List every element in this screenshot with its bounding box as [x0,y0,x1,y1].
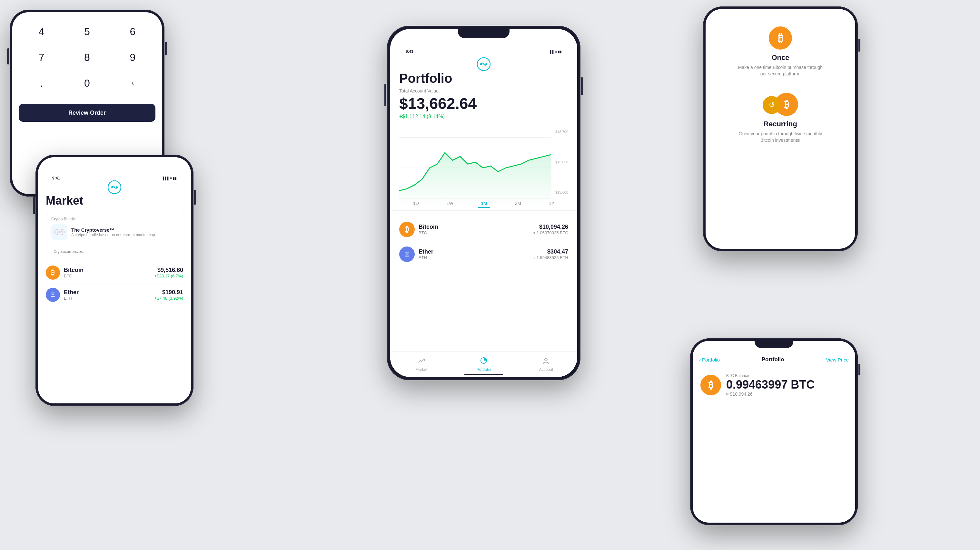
recurring-desc: Grow your portoflio through twice monthl… [735,131,826,143]
once-title: Once [772,54,789,62]
bundle-desc: A crytpo bundle based on our current mar… [71,233,156,237]
holding-btc[interactable]: ₿ Bitcoin BTC $10,094.26 ≈ 1.06070025 BT… [395,217,572,242]
holding-btc-amount: ≈ 1.06070025 BTC [533,230,568,235]
chart-label-mid: $13,650 [555,160,568,164]
numpad-key-9[interactable]: 9 [110,44,156,70]
nav-portfolio[interactable]: Portfolio [452,357,515,372]
btc-balance-info: BTC Balance 0.99463997 BTC ≈ $10,094.26 [726,373,815,397]
numpad-key-5[interactable]: 5 [64,19,110,44]
recurring-refresh-bg: ↺ [763,96,781,114]
btc-price-value: $9,516.60 [154,267,183,274]
holding-btc-ticker: BTC [418,230,529,235]
phone-btc-detail: ‹ Portfolio Portfolio View Price ₿ BTC B… [690,338,858,525]
holding-btc-name: Bitcoin [418,223,529,230]
back-to-portfolio[interactable]: ‹ Portfolio [699,357,720,363]
numpad-key-8[interactable]: 8 [64,44,110,70]
holding-eth-ticker: ETH [418,255,529,260]
numpad-key-back[interactable]: ‹ [110,70,156,96]
phone-market: 9:41 ▐▐▐ ≋ ▮▮ Market Crytpo Bundle [35,155,194,406]
svg-point-1 [111,186,113,188]
portfolio-header: 9:41 ▐▐ ≋ ▮▮ Portfolio Total Account Val… [390,29,577,130]
eth-price-value: $190.91 [154,289,183,296]
phone-purchase: ₿ Once Make a one time Bitcoin purchase … [703,6,858,251]
nav-portfolio-label: Portfolio [477,367,491,372]
nav-account[interactable]: Account [515,357,577,372]
phone-market-screen: 9:41 ▐▐▐ ≋ ▮▮ Market Crytpo Bundle [38,157,191,403]
portfolio-chart: $13,700 $13,650 $13,600 [390,130,577,194]
chart-svg [399,130,551,206]
phone-power-button-5 [858,364,861,376]
phone-purchase-screen: ₿ Once Make a one time Bitcoin purchase … [706,9,855,249]
btc-balance-label: BTC Balance [726,373,815,378]
market-btc-item[interactable]: ₿ Bitcoin BTC $9,516.60 +$23.17 (6.7%) [38,262,191,284]
holding-eth-info: Ether ETH [418,249,529,260]
app-logo-market [108,181,121,194]
holding-btc-price: $10,094.26 ≈ 1.06070025 BTC [533,223,568,235]
bundle-name: The Cryptoverse™ [71,227,156,233]
numpad-key-4[interactable]: 4 [19,19,64,44]
purchase-container: ₿ Once Make a one time Bitcoin purchase … [706,9,855,249]
bundle-info: The Cryptoverse™ A crytpo bundle based o… [71,227,156,237]
eth-change-value: +$7.48 (3.92%) [154,296,183,301]
eth-name-market: Ether ETH [64,289,151,301]
status-bar-portfolio: 9:41 ▐▐ ≋ ▮▮ [399,47,568,54]
bundle-item[interactable]: B 2 The Cryptoverse™ A crytpo bundle bas… [51,224,178,240]
bundle-img: B 2 [53,225,66,238]
holding-eth-name: Ether [418,249,529,255]
recurring-btc-symbol: ₿ [784,99,789,110]
numpad-key-0[interactable]: 0 [64,70,110,96]
svg-point-2 [116,186,118,188]
bundle-section: Crytpo Bundle B 2 The Cryptoverse™ [46,212,183,244]
phone-notch-portfolio [458,29,509,38]
phone-power-button [165,42,167,55]
once-btc-symbol: ₿ [778,32,783,44]
numpad-key-7[interactable]: 7 [19,44,64,70]
btc-change-value: +$23.17 (6.7%) [154,274,183,278]
view-price-button[interactable]: View Price [826,357,849,363]
btc-name-label: Bitcoin [64,267,151,274]
recurring-refresh-icon: ↺ [769,101,775,109]
status-time-market: 9:41 [52,176,60,181]
purchase-once-option[interactable]: ₿ Once Make a one time Bitcoin purchase … [713,19,848,85]
phone-portfolio: 9:41 ▐▐ ≋ ▮▮ Portfolio Total Account Val… [387,26,581,380]
back-label: Portfolio [702,357,720,363]
eth-icon-market: Ξ [46,288,60,302]
btc-nav-title: Portfolio [762,357,784,363]
market-container: 9:41 ▐▐▐ ≋ ▮▮ Market Crytpo Bundle [38,157,191,403]
status-icons-portfolio: ▐▐ ≋ ▮▮ [549,50,562,54]
holding-btc-info: Bitcoin BTC [418,223,529,235]
home-indicator-portfolio [465,374,503,375]
btc-icon-market: ₿ [46,265,60,280]
btc-price-market: $9,516.60 +$23.17 (6.7%) [154,267,183,278]
numpad-key-6[interactable]: 6 [110,19,156,44]
svg-point-15 [545,358,547,361]
review-order-button[interactable]: Review Order [19,104,156,122]
phone-power-button-2 [194,190,196,204]
numpad-key-dot[interactable]: . [19,70,64,96]
holding-eth-price: $304.47 ≈ 1.59483526 ETH [533,249,568,260]
app-logo-portfolio [477,57,491,71]
svg-text:B: B [56,230,58,234]
phone-portfolio-screen: 9:41 ▐▐ ≋ ▮▮ Portfolio Total Account Val… [390,29,577,377]
btc-detail-icon: ₿ [700,375,721,395]
purchase-recurring-option[interactable]: ₿ ↺ Recurring Grow your portoflio throug… [713,85,848,151]
once-desc: Make a one time Bitcoin purchase through… [735,65,826,77]
eth-price-market: $190.91 +$7.48 (3.92%) [154,289,183,301]
chart-label-high: $13,700 [555,130,568,134]
btc-usd-value: ≈ $10,094.26 [726,391,815,397]
chart-label-low: $13,600 [555,190,568,194]
btc-detail-container: ‹ Portfolio Portfolio View Price ₿ BTC B… [693,341,855,523]
phone-notch-btc [754,341,793,348]
crypto-section-label: Cryptocurrencies [46,249,183,254]
nav-account-icon [542,357,549,366]
nav-market[interactable]: Market [390,357,452,372]
market-eth-item[interactable]: Ξ Ether ETH $190.91 +$7.48 (3.92%) [38,284,191,306]
btc-name-market: Bitcoin BTC [64,267,151,278]
market-title: Market [46,194,183,208]
holding-eth[interactable]: Ξ Ether ETH $304.47 ≈ 1.59483526 ETH [395,242,572,266]
phone-btc-detail-screen: ‹ Portfolio Portfolio View Price ₿ BTC B… [693,341,855,523]
eth-name-label: Ether [64,289,151,296]
holding-eth-price-value: $304.47 [533,249,568,255]
holding-eth-icon: Ξ [399,246,415,262]
svg-text:2: 2 [60,230,62,234]
